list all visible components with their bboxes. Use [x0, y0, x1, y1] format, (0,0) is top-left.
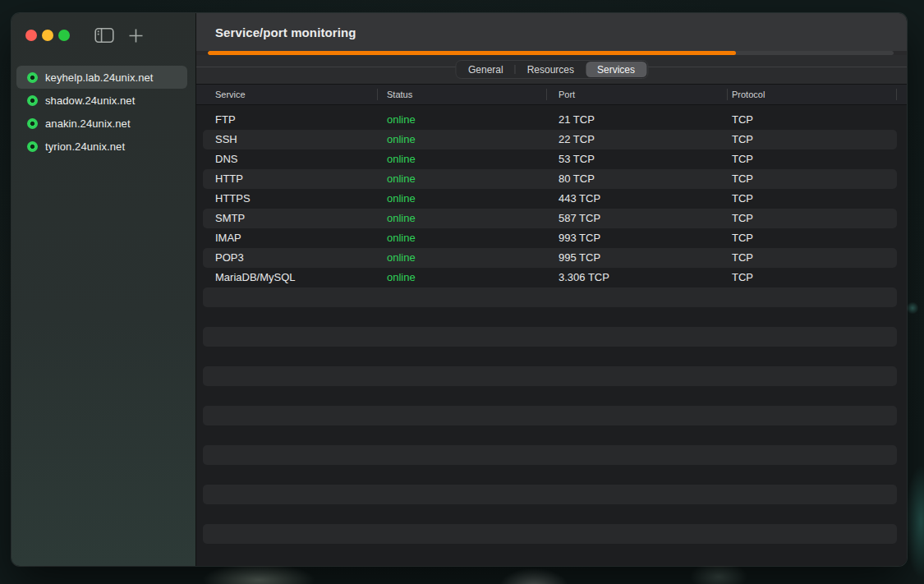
- table-row[interactable]: FTPonline21 TCPTCP: [203, 110, 897, 130]
- service-cell: HTTPS: [215, 189, 251, 209]
- column-header-protocol[interactable]: Protocol: [732, 85, 765, 104]
- server-status-icon: [27, 141, 38, 152]
- status-cell: online: [387, 248, 416, 268]
- sidebar-item-tyrion[interactable]: tyrion.24unix.net: [16, 135, 187, 158]
- column-separator: [546, 89, 547, 100]
- service-cell: FTP: [215, 110, 236, 130]
- column-separator: [896, 89, 897, 100]
- protocol-cell: TCP: [732, 169, 753, 189]
- port-cell: 22 TCP: [559, 130, 595, 149]
- server-status-icon: [27, 95, 38, 106]
- column-header-port[interactable]: Port: [559, 85, 575, 104]
- sidebar-item-keyhelp[interactable]: keyhelp.lab.24unix.net: [16, 66, 187, 89]
- server-name: keyhelp.lab.24unix.net: [45, 71, 154, 84]
- table-row[interactable]: POP3online995 TCPTCP: [203, 248, 897, 268]
- protocol-cell: TCP: [732, 228, 753, 248]
- window-controls: [25, 30, 70, 41]
- sidebar-item-shadow[interactable]: shadow.24unix.net: [16, 89, 187, 112]
- page-title: Service/port monitoring: [215, 25, 356, 39]
- server-name: shadow.24unix.net: [45, 94, 135, 107]
- service-cell: SMTP: [215, 209, 245, 228]
- server-status-icon: [27, 72, 38, 83]
- port-cell: 443 TCP: [559, 189, 600, 209]
- table-row-empty: [203, 287, 897, 307]
- table-row[interactable]: SSHonline22 TCPTCP: [203, 130, 897, 149]
- column-separator: [727, 89, 728, 100]
- sidebar-toolbar: [11, 13, 195, 57]
- table-row[interactable]: MariaDB/MySQLonline3.306 TCPTCP: [203, 268, 897, 287]
- add-server-button[interactable]: [128, 28, 144, 44]
- service-cell: IMAP: [215, 228, 241, 248]
- column-header-status[interactable]: Status: [387, 85, 412, 104]
- tab-general[interactable]: General: [457, 62, 515, 77]
- protocol-cell: TCP: [732, 268, 753, 287]
- status-cell: online: [387, 209, 416, 228]
- port-cell: 995 TCP: [559, 248, 600, 268]
- sidebar-toggle-button[interactable]: [94, 27, 114, 44]
- tab-bar: GeneralResourcesServices: [196, 55, 907, 85]
- table-row-empty: [203, 307, 897, 327]
- table-row-empty: [203, 524, 897, 544]
- port-cell: 587 TCP: [559, 209, 600, 228]
- port-cell: 3.306 TCP: [559, 268, 609, 287]
- port-cell: 21 TCP: [559, 110, 595, 130]
- status-cell: online: [387, 189, 416, 209]
- zoom-button[interactable]: [58, 30, 70, 41]
- table-row-empty: [203, 366, 897, 386]
- plus-icon: [128, 28, 144, 44]
- status-cell: online: [387, 228, 416, 248]
- protocol-cell: TCP: [732, 110, 753, 130]
- table-row-empty: [203, 504, 897, 524]
- port-cell: 993 TCP: [559, 228, 600, 248]
- service-cell: MariaDB/MySQL: [215, 268, 296, 287]
- service-table: FTPonline21 TCPTCPSSHonline22 TCPTCPDNSo…: [196, 105, 907, 566]
- status-cell: online: [387, 110, 416, 130]
- protocol-cell: TCP: [732, 248, 753, 268]
- sidebar-item-anakin[interactable]: anakin.24unix.net: [16, 112, 187, 135]
- server-name: tyrion.24unix.net: [45, 140, 125, 153]
- minimize-button[interactable]: [42, 30, 53, 41]
- server-status-icon: [27, 118, 38, 129]
- protocol-cell: TCP: [732, 149, 753, 169]
- server-name: anakin.24unix.net: [45, 117, 131, 130]
- column-separator: [377, 89, 378, 100]
- table-row-empty: [203, 445, 897, 465]
- column-header-service[interactable]: Service: [215, 85, 246, 104]
- tab-control: GeneralResourcesServices: [455, 60, 648, 79]
- status-cell: online: [387, 149, 416, 169]
- table-row-empty: [203, 386, 897, 406]
- table-row-empty: [203, 544, 897, 563]
- table-row-empty: [203, 465, 897, 485]
- service-cell: POP3: [215, 248, 244, 268]
- table-row[interactable]: SMTPonline587 TCPTCP: [203, 209, 897, 228]
- port-cell: 53 TCP: [559, 149, 595, 169]
- service-cell: SSH: [215, 130, 237, 149]
- protocol-cell: TCP: [732, 189, 753, 209]
- protocol-cell: TCP: [732, 130, 753, 149]
- port-cell: 80 TCP: [559, 169, 595, 189]
- sidebar: keyhelp.lab.24unix.netshadow.24unix.neta…: [11, 13, 196, 566]
- close-button[interactable]: [25, 30, 37, 41]
- app-window: keyhelp.lab.24unix.netshadow.24unix.neta…: [11, 13, 907, 566]
- protocol-cell: TCP: [732, 209, 753, 228]
- table-row-empty: [203, 347, 897, 366]
- server-list: keyhelp.lab.24unix.netshadow.24unix.neta…: [11, 66, 195, 158]
- table-header: ServiceStatusPortProtocol: [196, 85, 907, 105]
- table-row[interactable]: DNSonline53 TCPTCP: [203, 149, 897, 169]
- service-cell: HTTP: [215, 169, 243, 189]
- table-row-empty: [203, 425, 897, 445]
- sidebar-toggle-icon: [94, 27, 114, 44]
- table-row-empty: [203, 485, 897, 504]
- status-cell: online: [387, 169, 416, 189]
- tab-services[interactable]: Services: [586, 62, 646, 77]
- table-row[interactable]: HTTPSonline443 TCPTCP: [203, 189, 897, 209]
- status-cell: online: [387, 130, 416, 149]
- table-row[interactable]: HTTPonline80 TCPTCP: [203, 169, 897, 189]
- titlebar: Service/port monitoring: [196, 13, 907, 51]
- tab-resources[interactable]: Resources: [516, 62, 586, 77]
- table-row-empty: [203, 406, 897, 425]
- service-cell: DNS: [215, 149, 237, 169]
- status-cell: online: [387, 268, 416, 287]
- table-row[interactable]: IMAPonline993 TCPTCP: [203, 228, 897, 248]
- main-panel: Service/port monitoring GeneralResources…: [196, 13, 907, 566]
